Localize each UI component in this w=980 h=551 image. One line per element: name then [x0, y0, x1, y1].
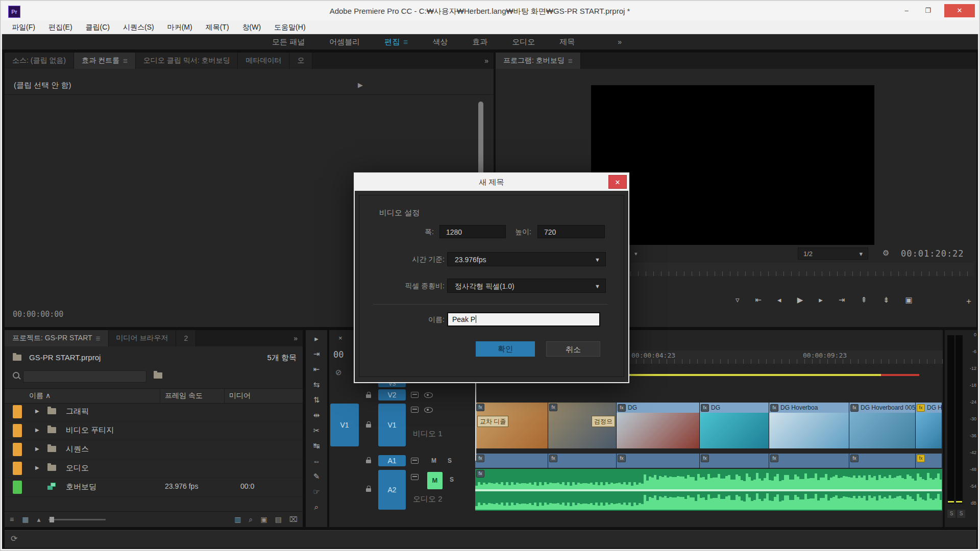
menu-item-클립(C)[interactable]: 클립(C) — [79, 20, 116, 34]
lock-icon[interactable] — [366, 488, 371, 492]
audio-clip[interactable]: fx — [769, 454, 849, 468]
audio-clip[interactable]: fx — [617, 454, 700, 468]
program-video-frame[interactable] — [591, 85, 874, 245]
search-input[interactable] — [23, 370, 146, 383]
sync-lock-icon[interactable] — [411, 474, 419, 480]
track-output-eye-icon[interactable] — [424, 407, 433, 413]
panel-overflow-icon[interactable]: » — [293, 330, 298, 346]
project-row-그래픽[interactable]: ▶그래픽 — [5, 403, 303, 421]
workspace-tab-오디오[interactable]: 오디오 — [500, 37, 547, 47]
column-frame-rate[interactable]: 프레임 속도 — [165, 391, 203, 400]
audio-clip[interactable]: fx — [548, 454, 617, 468]
source-patch-v1-button[interactable]: V1 — [330, 404, 359, 446]
ripple-edit-tool[interactable]: ⇆ — [313, 380, 320, 390]
snap-icon[interactable]: ⊘ — [335, 368, 342, 377]
video-clip-DG-Hoverboard-005[interactable]: fxDG Hoverboard 005 — [849, 403, 916, 448]
slip-tool[interactable]: ↹ — [313, 441, 320, 452]
go-to-in-button[interactable]: ⇤ — [755, 295, 762, 305]
video-clip-DG[interactable]: fxDG — [617, 403, 700, 448]
lock-icon[interactable] — [366, 460, 371, 463]
zoom-slider[interactable] — [48, 519, 106, 520]
solo-left-button[interactable]: S — [947, 510, 955, 518]
icon-view-button[interactable]: ▦ — [22, 515, 29, 523]
new-bin-button[interactable]: ▣ — [260, 515, 267, 524]
new-item-button[interactable]: ▤ — [275, 515, 282, 524]
timebase-dropdown[interactable]: 23.976fps ▼ — [447, 252, 606, 266]
solo-button[interactable]: S — [450, 476, 454, 483]
music-audio-clip[interactable]: fx — [475, 469, 942, 511]
panel-menu-icon[interactable]: ☰ — [123, 58, 128, 64]
label-color-chip[interactable] — [13, 443, 22, 456]
menu-item-마커(M)[interactable]: 마커(M) — [161, 20, 199, 34]
close-button[interactable]: ✕ — [944, 4, 975, 17]
project-group-tab[interactable]: 미디어 브라우저 — [109, 330, 177, 346]
column-divider[interactable] — [160, 389, 160, 403]
source-group-tab[interactable]: 메타데이터 — [238, 53, 289, 69]
pixel-aspect-dropdown[interactable]: 정사각형 픽셀(1.0) ▼ — [447, 279, 606, 293]
in-folder-icon[interactable] — [154, 372, 162, 379]
workspace-tab-제목[interactable]: 제목 — [547, 37, 587, 47]
panel-menu-icon[interactable]: ☰ — [96, 336, 101, 341]
panel-menu-icon[interactable]: ☰ — [403, 39, 408, 45]
program-mini-timeline[interactable] — [630, 263, 974, 276]
lock-icon[interactable] — [366, 424, 371, 428]
source-group-tab[interactable]: 오 — [289, 53, 312, 69]
workspace-overflow-icon[interactable]: » — [618, 38, 622, 46]
panel-expand-arrow-icon[interactable]: ▶ — [358, 81, 363, 89]
workspace-tab-색상[interactable]: 색상 — [420, 37, 460, 47]
source-group-tab[interactable]: 효과 컨트롤☰ — [74, 53, 136, 69]
panel-overflow-icon[interactable]: » — [484, 53, 488, 69]
video-clip[interactable]: fx교차 디졸 — [475, 403, 548, 448]
track-a1-button[interactable]: A1 — [378, 455, 406, 466]
workspace-tab-모든 패널[interactable]: 모든 패널 — [260, 37, 317, 47]
label-color-chip[interactable] — [13, 481, 22, 494]
column-divider[interactable] — [224, 389, 225, 403]
lift-button[interactable]: ⇞ — [861, 295, 867, 305]
maximize-button[interactable]: ❐ — [919, 4, 937, 17]
extract-button[interactable]: ⇟ — [883, 295, 890, 305]
pen-tool[interactable]: ✎ — [313, 472, 320, 482]
find-button[interactable]: ⌕ — [249, 515, 253, 524]
video-clip-DG-Hov[interactable]: fxDG Hov — [916, 403, 942, 448]
track-v2-button[interactable]: V2 — [378, 389, 406, 400]
solo-right-button[interactable]: S — [957, 510, 965, 518]
label-color-chip[interactable] — [13, 405, 22, 418]
zoom-level-dropdown-icon[interactable]: ▾ — [634, 251, 638, 257]
audio-clip[interactable]: fx — [700, 454, 769, 468]
lock-icon[interactable] — [366, 394, 371, 398]
menu-item-파일(F)[interactable]: 파일(F) — [5, 20, 42, 34]
video-clip-DG[interactable]: fxDG — [700, 403, 769, 448]
track-select-backward-tool[interactable]: ⇤ — [313, 365, 320, 375]
column-media[interactable]: 미디어 — [229, 391, 251, 400]
track-v1-button[interactable]: V1 — [378, 404, 406, 446]
list-view-button[interactable]: ≡ — [10, 515, 14, 523]
settings-wrench-icon[interactable]: ⚙ — [883, 248, 889, 258]
height-field[interactable]: 720 — [537, 225, 605, 238]
menu-item-편집(E)[interactable]: 편집(E) — [42, 20, 79, 34]
workspace-tab-어셈블리[interactable]: 어셈블리 — [317, 37, 372, 47]
hand-tool[interactable]: ☞ — [313, 487, 320, 497]
workspace-tab-효과[interactable]: 효과 — [460, 37, 500, 47]
mute-button[interactable]: M — [431, 457, 436, 464]
solo-button[interactable]: S — [448, 457, 452, 464]
timeline-tab-close-icon[interactable]: × — [338, 334, 342, 342]
audio-clip[interactable]: fx — [916, 454, 942, 468]
menu-item-도움말(H)[interactable]: 도움말(H) — [267, 20, 312, 34]
sync-lock-icon[interactable] — [411, 458, 419, 464]
title-bar[interactable]: Pr Adobe Premiere Pro CC - C:₩사용자₩Herber… — [2, 2, 978, 20]
menu-item-창(W)[interactable]: 창(W) — [236, 20, 268, 34]
track-output-eye-icon[interactable] — [424, 392, 433, 398]
slide-tool[interactable]: ⇔ — [313, 457, 321, 467]
rolling-edit-tool[interactable]: ⇅ — [313, 395, 320, 406]
export-frame-button[interactable]: ▣ — [905, 295, 912, 305]
title-name-input[interactable]: Peak P — [447, 312, 600, 327]
step-forward-button[interactable]: ▸ — [819, 295, 823, 305]
dialog-title-bar[interactable]: 새 제목 ✕ — [355, 173, 628, 191]
track-a2-button[interactable]: A2 — [378, 470, 406, 510]
source-group-tab[interactable]: 오디오 클립 믹서: 호버보딩 — [136, 53, 238, 69]
source-group-tab[interactable]: 소스: (클립 없음) — [5, 53, 74, 69]
zoom-tool[interactable]: ⌕ — [314, 503, 318, 513]
playback-resolution-dropdown[interactable]: 1/2 ▾ — [798, 247, 868, 260]
selection-tool[interactable]: ▸ — [314, 334, 318, 344]
cancel-button[interactable]: 취소 — [546, 341, 600, 357]
